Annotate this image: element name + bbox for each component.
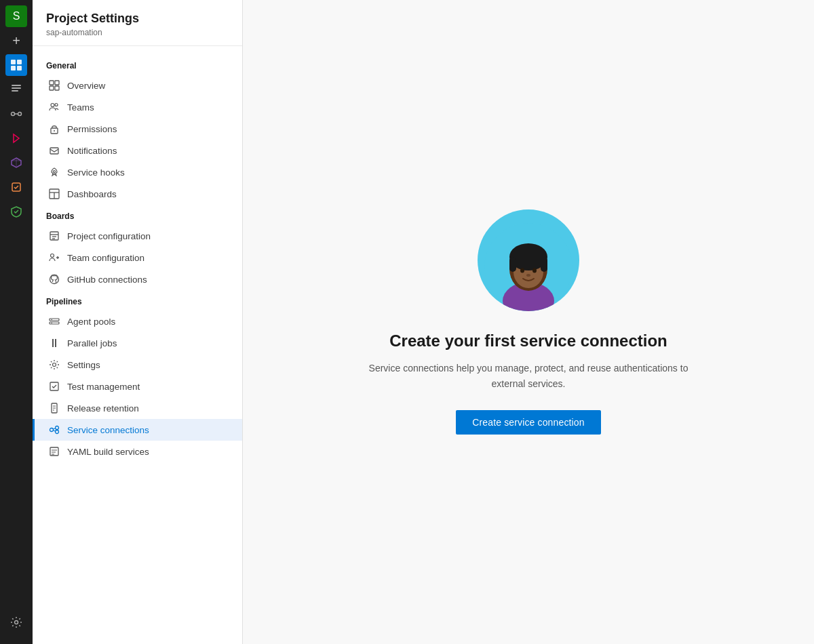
- svg-rect-20: [50, 148, 58, 154]
- svg-rect-38: [50, 382, 58, 390]
- svg-point-62: [526, 274, 530, 277]
- svg-line-46: [54, 428, 56, 429]
- sidebar-item-label: Parallel jobs: [67, 338, 117, 348]
- add-button[interactable]: +: [5, 30, 27, 52]
- sidebar-item-label: Test management: [67, 382, 140, 392]
- sidebar-item-service-connections[interactable]: Service connections: [33, 419, 242, 441]
- sidebar-item-release-retention[interactable]: Release retention: [33, 397, 242, 419]
- svg-rect-2: [11, 66, 16, 71]
- sidebar-item-label: Agent pools: [67, 317, 115, 327]
- sidebar-item-label: Team configuration: [67, 253, 144, 263]
- svg-point-43: [50, 428, 54, 432]
- svg-point-7: [12, 113, 15, 116]
- sidebar-item-service-hooks[interactable]: Service hooks: [33, 161, 242, 183]
- illustration-avatar: [478, 209, 579, 311]
- sidebar-item-notifications[interactable]: Notifications: [33, 140, 242, 161]
- svg-line-47: [54, 430, 56, 431]
- sidebar-item-dashboards[interactable]: Dashboards: [33, 183, 242, 205]
- nav-repos-icon[interactable]: [5, 79, 27, 100]
- sidebar-item-permissions[interactable]: Permissions: [33, 118, 242, 140]
- svg-point-45: [56, 430, 59, 434]
- notification-icon: [48, 144, 60, 157]
- svg-rect-14: [50, 86, 54, 90]
- test-management-icon: [48, 380, 60, 393]
- yaml-icon: [48, 445, 60, 458]
- svg-point-17: [55, 104, 58, 106]
- svg-point-29: [51, 254, 54, 258]
- svg-rect-1: [17, 60, 22, 64]
- svg-point-61: [532, 268, 537, 273]
- sidebar-item-overview[interactable]: Overview: [33, 75, 242, 96]
- settings-icon[interactable]: [5, 611, 27, 633]
- sidebar-item-label: Service hooks: [67, 167, 125, 178]
- svg-rect-32: [50, 322, 59, 324]
- project-config-icon: [48, 230, 60, 242]
- nav-item7-icon[interactable]: [5, 176, 27, 198]
- sidebar-item-label: Service connections: [67, 425, 149, 435]
- app-icon-bar: S +: [0, 0, 33, 644]
- sidebar-item-label: Permissions: [67, 124, 117, 134]
- svg-rect-4: [12, 85, 21, 86]
- sidebar-item-label: Release retention: [67, 403, 139, 414]
- sidebar: Project Settings sap-automation General …: [33, 0, 243, 644]
- sidebar-item-yaml-build-services[interactable]: YAML build services: [33, 441, 242, 462]
- section-boards: Boards: [33, 205, 242, 225]
- sidebar-item-teams[interactable]: Teams: [33, 96, 242, 118]
- nav-artifacts-icon[interactable]: [5, 152, 27, 174]
- svg-point-16: [51, 104, 54, 107]
- svg-point-37: [53, 363, 56, 367]
- empty-state-description: Service connections help you manage, pro…: [359, 361, 698, 391]
- empty-state: Create your first service connection Ser…: [332, 182, 725, 462]
- nav-testplans-icon[interactable]: [5, 127, 27, 149]
- sidebar-header: Project Settings sap-automation: [33, 0, 242, 46]
- sidebar-item-label: Overview: [67, 81, 105, 91]
- service-connections-icon: [48, 424, 60, 436]
- sidebar-item-label: Project configuration: [67, 231, 151, 241]
- lock-icon: [48, 123, 60, 135]
- svg-point-19: [54, 130, 55, 132]
- project-name: sap-automation: [46, 28, 229, 37]
- github-icon: [48, 273, 60, 285]
- svg-rect-58: [509, 257, 516, 272]
- retention-icon: [48, 402, 60, 414]
- teams-icon: [48, 101, 60, 113]
- svg-rect-15: [55, 86, 59, 90]
- sidebar-item-test-management[interactable]: Test management: [33, 376, 242, 397]
- sidebar-item-agent-pools[interactable]: Agent pools: [33, 310, 242, 332]
- svg-rect-59: [541, 257, 547, 272]
- app-logo[interactable]: S: [5, 5, 27, 27]
- main-content: Create your first service connection Ser…: [243, 0, 814, 644]
- sidebar-item-label: Dashboards: [67, 189, 117, 199]
- sidebar-nav: General Overview Te: [33, 46, 242, 644]
- nav-pipelines-icon[interactable]: [5, 103, 27, 125]
- svg-rect-6: [12, 90, 18, 92]
- parallel-jobs-icon: [48, 337, 60, 349]
- sidebar-item-parallel-jobs[interactable]: Parallel jobs: [33, 332, 242, 354]
- svg-point-60: [520, 268, 524, 273]
- svg-rect-3: [17, 66, 22, 71]
- nav-boards-icon[interactable]: [5, 54, 27, 76]
- sidebar-item-project-configuration[interactable]: Project configuration: [33, 225, 242, 247]
- create-service-connection-button[interactable]: Create service connection: [456, 410, 600, 435]
- sidebar-item-label: GitHub connections: [67, 275, 147, 285]
- sidebar-item-github-connections[interactable]: GitHub connections: [33, 268, 242, 290]
- svg-point-11: [15, 621, 18, 624]
- sidebar-item-settings[interactable]: Settings: [33, 354, 242, 376]
- sidebar-item-label: Settings: [67, 360, 100, 370]
- svg-point-44: [56, 426, 59, 430]
- svg-rect-31: [50, 319, 59, 321]
- page-title: Project Settings: [46, 11, 229, 26]
- agent-pools-icon: [48, 315, 60, 327]
- svg-rect-5: [12, 87, 21, 89]
- svg-point-8: [18, 113, 22, 116]
- sidebar-item-team-configuration[interactable]: Team configuration: [33, 247, 242, 268]
- section-pipelines: Pipelines: [33, 290, 242, 310]
- sidebar-item-label: Teams: [67, 102, 94, 113]
- team-config-icon: [48, 251, 60, 264]
- sidebar-item-label: YAML build services: [67, 447, 149, 457]
- svg-rect-0: [11, 60, 16, 64]
- svg-point-30: [50, 275, 59, 284]
- dashboard-icon: [48, 188, 60, 200]
- overview-icon: [48, 79, 60, 92]
- nav-shield-icon[interactable]: [5, 201, 27, 222]
